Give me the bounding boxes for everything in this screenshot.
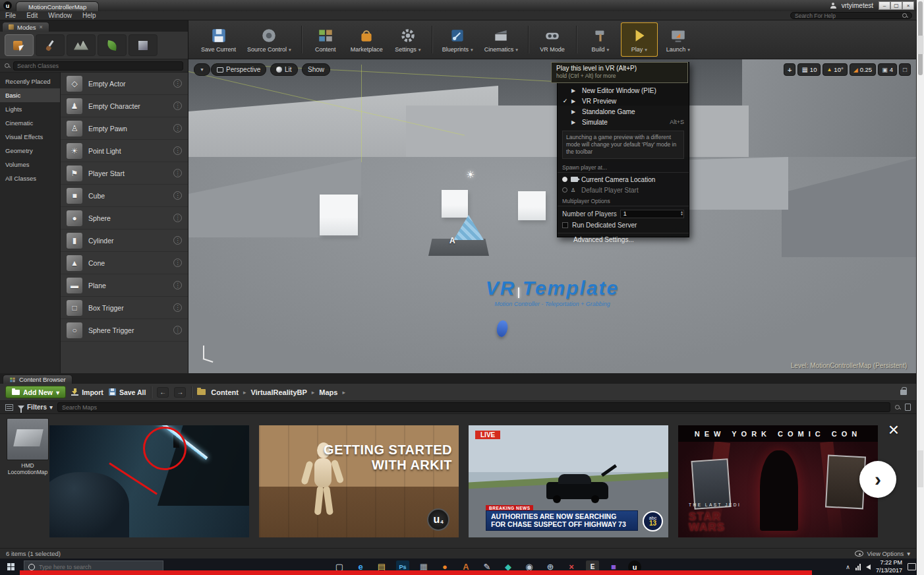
category-geometry[interactable]: Geometry: [0, 144, 60, 158]
level-tab[interactable]: MotionControllerMap: [16, 1, 99, 11]
cinematics-button[interactable]: Cinematics▾: [480, 22, 523, 57]
radio-selected-icon[interactable]: [562, 177, 567, 182]
play-button[interactable]: Play▾: [621, 22, 658, 57]
place-item-player-start[interactable]: ⚑Player Start⋮: [61, 162, 188, 185]
search-icon[interactable]: [895, 405, 900, 410]
menu-window[interactable]: Window: [43, 12, 77, 19]
breadcrumb-virtualrealitybp[interactable]: VirtualRealityBP: [250, 388, 306, 396]
lock-icon[interactable]: [900, 390, 907, 395]
grip-icon[interactable]: ⋮: [173, 214, 182, 222]
video-progress-bar[interactable]: [20, 570, 812, 575]
filters-button[interactable]: Filters ▾: [18, 404, 53, 411]
source-control-button[interactable]: Source Control▾: [243, 22, 296, 57]
category-cinematic[interactable]: Cinematic: [0, 116, 60, 130]
grip-icon[interactable]: ⋮: [173, 79, 182, 88]
tray-chevron-icon[interactable]: ∧: [846, 564, 850, 570]
place-mode-button[interactable]: [5, 34, 34, 56]
asset-thumbnail[interactable]: [7, 418, 49, 460]
page-widget[interactable]: [917, 36, 923, 54]
category-lights[interactable]: Lights: [0, 102, 60, 116]
asset-hmd-locomotionmap[interactable]: HMD LocomotionMap: [3, 418, 53, 475]
paint-mode-button[interactable]: [36, 34, 65, 56]
place-item-box-trigger[interactable]: □Box Trigger⋮: [61, 297, 188, 319]
menu-item-vr-preview[interactable]: ✓ ▶ VR Preview: [558, 96, 689, 106]
launch-button[interactable]: Launch▾: [660, 22, 697, 57]
grip-icon[interactable]: ⋮: [173, 326, 182, 334]
scale-snap-button[interactable]: ◢0.25: [850, 63, 876, 76]
place-item-cone[interactable]: ▲Cone⋮: [61, 252, 188, 274]
back-button[interactable]: ←: [157, 387, 169, 398]
rotation-snap-button[interactable]: ▲10°: [823, 63, 847, 76]
video-thumbnail-news-chase[interactable]: LIVE BREAKING NEWS AUTHORITIES ARE NOW S…: [469, 425, 668, 537]
category-volumes[interactable]: Volumes: [0, 158, 60, 171]
viewport-options-button[interactable]: ▼: [194, 63, 210, 76]
grip-icon[interactable]: ⋮: [173, 236, 182, 245]
place-item-empty-actor[interactable]: ◇Empty Actor⋮: [61, 73, 188, 95]
overlay-close-button[interactable]: ×: [882, 418, 906, 442]
spawn-option-default-player-start[interactable]: ♙ Default Player Start: [558, 185, 689, 195]
place-item-sphere[interactable]: ●Sphere⋮: [61, 207, 188, 229]
overlay-next-button[interactable]: ›: [859, 461, 896, 498]
category-visual-effects[interactable]: Visual Effects: [0, 130, 60, 144]
grip-icon[interactable]: ⋮: [173, 258, 182, 267]
place-item-empty-pawn[interactable]: ♙Empty Pawn⋮: [61, 117, 188, 140]
video-thumbnail-star-wars[interactable]: [49, 425, 249, 537]
tab-content-browser[interactable]: Content Browser: [3, 375, 72, 384]
view-options-button[interactable]: View Options ▾: [855, 550, 910, 557]
network-icon[interactable]: [855, 564, 861, 570]
scene-cube[interactable]: [442, 190, 468, 218]
grip-icon[interactable]: ⋮: [173, 169, 182, 177]
lit-mode-button[interactable]: Lit: [270, 63, 298, 76]
grip-icon[interactable]: ⋮: [173, 191, 182, 200]
category-all-classes[interactable]: All Classes: [0, 171, 60, 185]
grip-icon[interactable]: ⋮: [173, 303, 182, 312]
save-current-button[interactable]: Save Current: [196, 22, 241, 57]
save-search-icon[interactable]: [905, 404, 911, 411]
place-item-cylinder[interactable]: ▮Cylinder⋮: [61, 229, 188, 252]
advanced-settings-item[interactable]: Advanced Settings...: [558, 233, 689, 245]
run-dedicated-server-row[interactable]: Run Dedicated Server: [558, 220, 689, 230]
minimize-button[interactable]: –: [879, 1, 890, 10]
build-button[interactable]: Build▾: [582, 22, 619, 57]
video-thumbnail-comic-con[interactable]: NEW YORK COMIC CON THE LAST JEDI STAR WA…: [678, 425, 878, 537]
camera-speed-button[interactable]: ▣4: [878, 63, 897, 76]
help-search-input[interactable]: [795, 13, 900, 19]
maximize-button[interactable]: ▢: [890, 1, 902, 10]
show-menu-button[interactable]: Show: [302, 63, 330, 76]
action-center-icon[interactable]: [908, 563, 916, 570]
category-recently-placed[interactable]: Recently Placed: [0, 75, 60, 88]
number-of-players-input[interactable]: [620, 210, 684, 218]
menu-file[interactable]: File: [0, 12, 21, 19]
menu-item-simulate[interactable]: ▶ Simulate Alt+S: [558, 117, 689, 127]
place-item-cube[interactable]: ■Cube⋮: [61, 185, 188, 207]
place-item-point-light[interactable]: ☀Point Light⋮: [61, 140, 188, 162]
view-mode-icon[interactable]: [5, 404, 13, 411]
scene-cube[interactable]: [320, 195, 358, 235]
vr-mode-button[interactable]: VR Mode: [534, 22, 571, 57]
taskbar-clock[interactable]: 7:22 PM 7/13/2017: [876, 559, 902, 574]
tab-modes[interactable]: Modes ×: [2, 22, 49, 32]
geometry-mode-button[interactable]: [129, 34, 158, 56]
content-browser-button[interactable]: Content: [307, 22, 344, 57]
menu-item-standalone-game[interactable]: ▶ Standalone Game: [558, 106, 689, 117]
forward-button[interactable]: →: [174, 387, 186, 398]
menu-help[interactable]: Help: [77, 12, 101, 19]
level-viewport[interactable]: ☀ A VR Template Motion Controller - Tele…: [188, 59, 916, 373]
start-button[interactable]: [0, 559, 22, 575]
transform-gizmo-button[interactable]: +: [784, 63, 795, 76]
add-new-button[interactable]: Add New ▾: [5, 386, 66, 398]
scene-platform[interactable]: [428, 239, 489, 256]
page-widget[interactable]: [917, 450, 923, 487]
grip-icon[interactable]: ⋮: [173, 102, 182, 110]
settings-button[interactable]: Settings▾: [390, 22, 426, 57]
close-icon[interactable]: ×: [40, 24, 43, 30]
close-button[interactable]: ×: [902, 1, 914, 10]
chevron-right-icon[interactable]: ▸: [342, 389, 345, 396]
volume-icon[interactable]: [866, 564, 871, 570]
blueprints-button[interactable]: Blueprints▾: [438, 22, 478, 57]
breadcrumb-maps[interactable]: Maps: [319, 388, 337, 396]
place-item-plane[interactable]: ▬Plane⋮: [61, 274, 188, 297]
menu-edit[interactable]: Edit: [21, 12, 43, 19]
grip-icon[interactable]: ⋮: [173, 146, 182, 155]
breadcrumb-content[interactable]: Content: [211, 388, 239, 396]
